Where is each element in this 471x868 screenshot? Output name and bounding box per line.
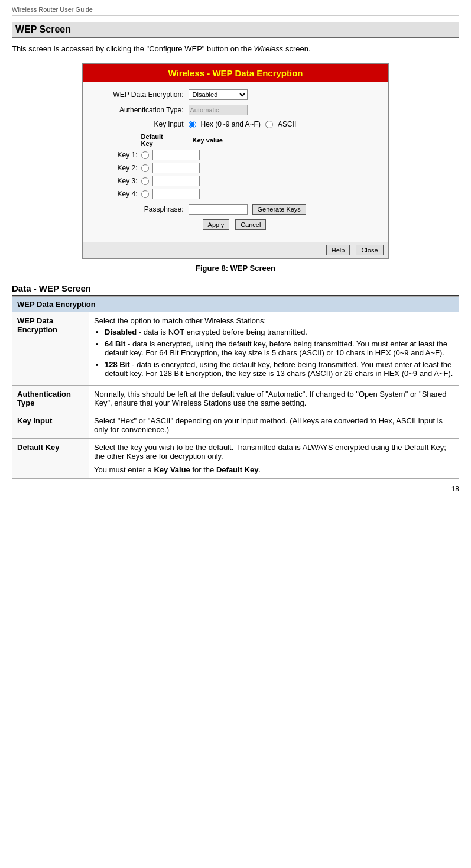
- table-header: WEP Data Encryption: [12, 297, 459, 312]
- key3-input[interactable]: [152, 176, 200, 186]
- key2-row: Key 2:: [94, 163, 378, 173]
- hex-label: Hex (0~9 and A~F): [201, 120, 261, 128]
- wep-apply-cancel-actions: Apply Cancel: [94, 219, 378, 230]
- hex-radio[interactable]: [189, 121, 196, 128]
- table-row: Authentication Type Normally, this shoul…: [12, 386, 459, 412]
- default-key-header: Default Key Key value: [141, 133, 378, 147]
- key4-input[interactable]: [152, 189, 200, 199]
- ascii-radio[interactable]: [265, 121, 273, 128]
- wep-data-encryption-select[interactable]: Disabled 64 Bit 128 Bit: [189, 89, 248, 100]
- row-content-default-key: Select the key you wish to be the defaul…: [89, 439, 459, 479]
- key-heading: Key: [141, 140, 153, 147]
- wep-data-encryption-label: WEP Data Encryption:: [94, 90, 189, 99]
- list-item: 64 Bit - data is encrypted, using the de…: [105, 339, 454, 357]
- list-item: Disabled - data is NOT encrypted before …: [105, 328, 454, 336]
- close-button[interactable]: Close: [356, 245, 383, 255]
- row-content-auth-type: Normally, this should be left at the def…: [89, 386, 459, 412]
- passphrase-label: Passphrase:: [94, 205, 189, 213]
- key-input-label: Key input: [94, 120, 189, 128]
- wep-help-close-bar: Help Close: [83, 242, 388, 258]
- key2-input[interactable]: [152, 163, 200, 173]
- row-label-wep-encryption: WEP Data Encryption: [12, 312, 89, 386]
- cancel-button[interactable]: Cancel: [235, 219, 266, 230]
- row-content-wep-encryption: Select the option to match other Wireles…: [89, 312, 459, 386]
- authentication-type-row: Authentication Type:: [94, 105, 378, 115]
- wep-data-encryption-row: WEP Data Encryption: Disabled 64 Bit 128…: [94, 89, 378, 100]
- key-input-radio-group: Hex (0~9 and A~F) ASCII: [189, 120, 297, 128]
- apply-button[interactable]: Apply: [203, 219, 230, 230]
- passphrase-row: Passphrase: Generate Keys: [94, 204, 378, 215]
- key2-label: Key 2:: [94, 164, 141, 172]
- row-label-default-key: Default Key: [12, 439, 89, 479]
- page-header: Wireless Router User Guide: [12, 6, 459, 16]
- key4-label: Key 4:: [94, 190, 141, 198]
- key4-row: Key 4:: [94, 189, 378, 199]
- key1-input[interactable]: [152, 150, 200, 160]
- table-row: WEP Data Encryption Select the option to…: [12, 312, 459, 386]
- key1-radio[interactable]: [141, 151, 149, 159]
- help-button[interactable]: Help: [326, 245, 350, 255]
- page-number: 18: [12, 485, 459, 493]
- key-input-row: Key input Hex (0~9 and A~F) ASCII: [94, 120, 378, 128]
- figure-caption: Figure 8: WEP Screen: [12, 264, 459, 273]
- row-content-key-input: Select "Hex" or "ASCII" depending on you…: [89, 412, 459, 439]
- passphrase-input[interactable]: [189, 204, 248, 215]
- key3-row: Key 3:: [94, 176, 378, 186]
- wep-section-title: WEP Screen: [12, 22, 459, 38]
- intro-paragraph: This screen is accessed by clicking the …: [12, 44, 459, 53]
- table-row: Key Input Select "Hex" or "ASCII" depend…: [12, 412, 459, 439]
- header-title: Wireless Router User Guide: [12, 6, 93, 13]
- key4-radio[interactable]: [141, 190, 149, 198]
- default-key-heading: Default: [141, 133, 163, 140]
- data-section-title: Data - WEP Screen: [12, 283, 459, 296]
- row-label-key-input: Key Input: [12, 412, 89, 439]
- row-label-auth-type: Authentication Type: [12, 386, 89, 412]
- data-table: WEP Data Encryption WEP Data Encryption …: [12, 296, 459, 479]
- generate-keys-button[interactable]: Generate Keys: [252, 204, 306, 215]
- key3-label: Key 3:: [94, 177, 141, 185]
- key3-radio[interactable]: [141, 177, 149, 185]
- key2-radio[interactable]: [141, 164, 149, 172]
- wep-screen-figure: Wireless - WEP Data Encryption WEP Data …: [82, 63, 389, 259]
- key1-label: Key 1:: [94, 151, 141, 159]
- wep-encryption-list: Disabled - data is NOT encrypted before …: [105, 328, 454, 378]
- authentication-type-input: [189, 105, 248, 115]
- wep-screen-title: Wireless - WEP Data Encryption: [83, 64, 388, 82]
- ascii-label: ASCII: [278, 120, 296, 128]
- table-row: Default Key Select the key you wish to b…: [12, 439, 459, 479]
- key-value-heading: Key value: [193, 137, 223, 144]
- authentication-type-label: Authentication Type:: [94, 106, 189, 114]
- key1-row: Key 1:: [94, 150, 378, 160]
- list-item: 128 Bit - data is encrypted, using the d…: [105, 360, 454, 378]
